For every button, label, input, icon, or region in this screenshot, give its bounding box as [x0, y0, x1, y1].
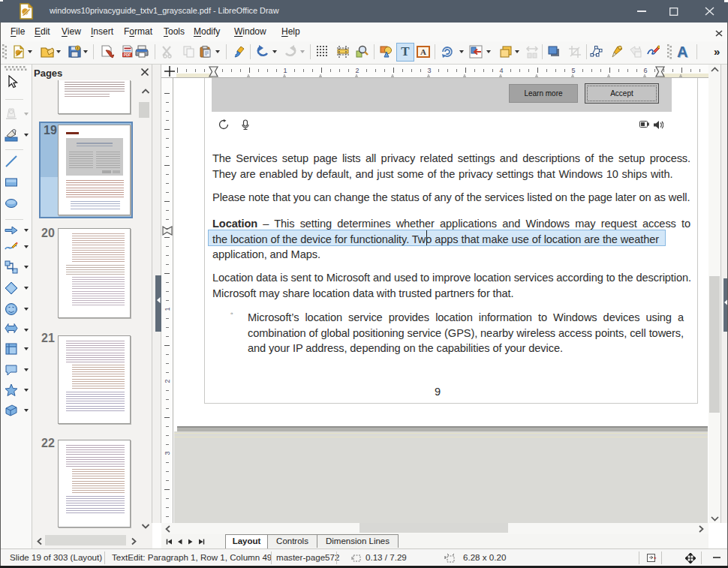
svg-text:5: 5 [571, 67, 575, 74]
svg-text:1: 1 [164, 307, 171, 311]
svg-text:2: 2 [164, 379, 171, 383]
svg-text:1: 1 [283, 67, 287, 74]
svg-text:A: A [420, 47, 426, 56]
svg-text:4: 4 [499, 67, 503, 74]
svg-text:*: * [654, 555, 657, 563]
svg-text:3: 3 [164, 451, 171, 455]
svg-text:2: 2 [355, 67, 359, 74]
svg-text:6: 6 [643, 67, 647, 74]
svg-text:PDF: PDF [124, 53, 131, 57]
svg-text:T: T [401, 44, 410, 58]
svg-text:3: 3 [427, 67, 431, 74]
